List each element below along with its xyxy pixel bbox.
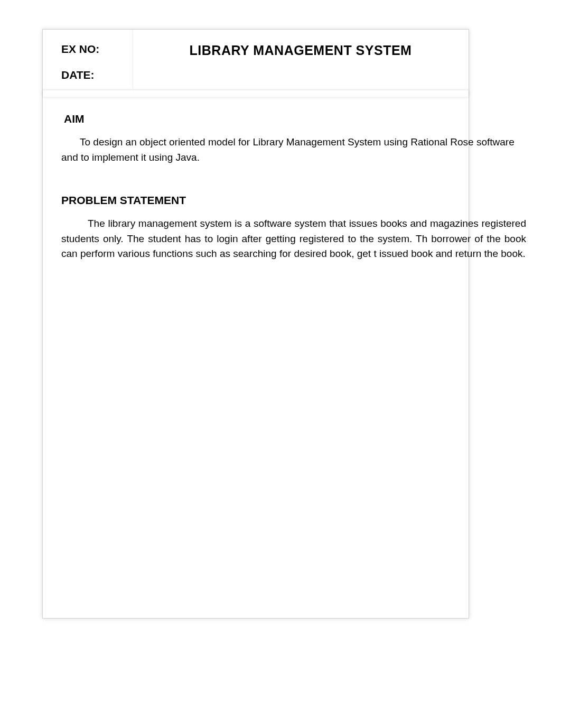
problem-statement-text: The library management system is a softw…: [61, 216, 526, 262]
problem-statement-heading: PROBLEM STATEMENT: [61, 194, 450, 207]
header-divider: [43, 90, 469, 97]
header-section: EX NO: DATE: LIBRARY MANAGEMENT SYSTEM: [43, 30, 469, 90]
header-right-cell: LIBRARY MANAGEMENT SYSTEM: [133, 30, 469, 89]
ex-no-label: EX NO:: [61, 43, 126, 56]
document-page: EX NO: DATE: LIBRARY MANAGEMENT SYSTEM A…: [42, 29, 469, 619]
aim-text: To design an object oriented model for L…: [61, 135, 526, 165]
document-title: LIBRARY MANAGEMENT SYSTEM: [143, 43, 458, 58]
date-label: DATE:: [61, 69, 126, 81]
header-left-cell: EX NO: DATE:: [43, 30, 133, 89]
aim-heading: AIM: [64, 113, 450, 125]
content-area: AIM To design an object oriented model f…: [43, 97, 469, 272]
